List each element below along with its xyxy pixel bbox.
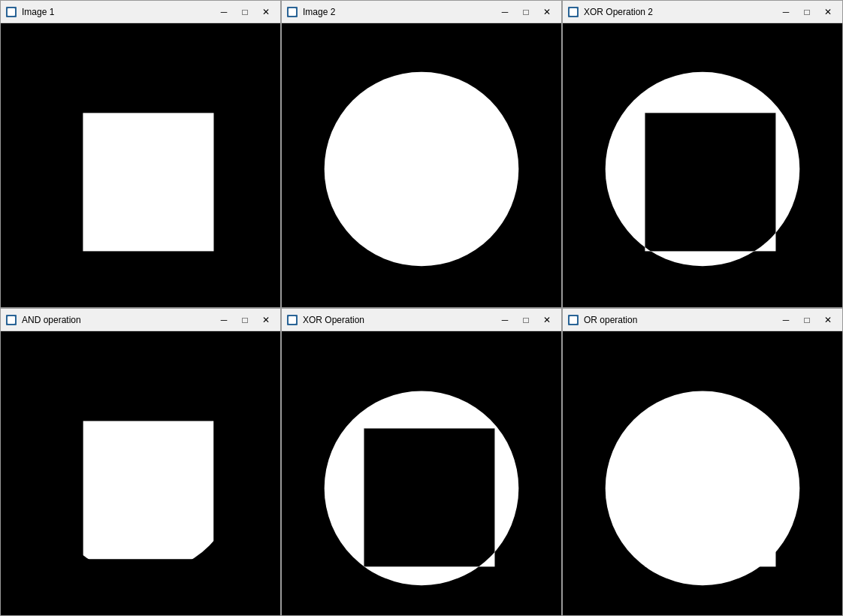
titlebar-title-and: AND operation <box>22 315 214 325</box>
window-or: OR operation ─ □ ✕ <box>562 308 843 616</box>
titlebar-xor: XOR Operation ─ □ ✕ <box>282 309 561 331</box>
xor2-svg <box>563 23 842 307</box>
window-and: AND operation ─ □ ✕ <box>0 308 281 616</box>
titlebar-title-or: OR operation <box>584 315 776 325</box>
minimize-button-and[interactable]: ─ <box>214 313 234 328</box>
window-image2: Image 2 ─ □ ✕ <box>281 0 562 308</box>
maximize-button-xor2[interactable]: □ <box>797 5 817 20</box>
titlebar-controls-image2: ─ □ ✕ <box>495 5 557 20</box>
canvas-xor2 <box>563 23 842 307</box>
canvas-or <box>563 331 842 615</box>
window-image1: Image 1 ─ □ ✕ <box>0 0 281 308</box>
svg-rect-3 <box>83 113 213 251</box>
image1-svg <box>1 23 280 307</box>
close-button-and[interactable]: ✕ <box>256 313 276 328</box>
minimize-button-image2[interactable]: ─ <box>495 5 515 20</box>
minimize-button-or[interactable]: ─ <box>776 313 796 328</box>
window-icon-xor <box>286 314 298 326</box>
svg-rect-5 <box>289 8 296 16</box>
titlebar-xor2: XOR Operation 2 ─ □ ✕ <box>563 1 842 23</box>
titlebar-and: AND operation ─ □ ✕ <box>1 309 280 331</box>
titlebar-controls-xor: ─ □ ✕ <box>495 313 557 328</box>
close-button-xor2[interactable]: ✕ <box>818 5 838 20</box>
titlebar-title-xor: XOR Operation <box>303 315 495 325</box>
maximize-button-xor[interactable]: □ <box>516 313 536 328</box>
image2-svg <box>282 23 561 307</box>
titlebar-controls-or: ─ □ ✕ <box>776 313 838 328</box>
svg-rect-9 <box>570 8 577 16</box>
titlebar-controls-xor2: ─ □ ✕ <box>776 5 838 20</box>
titlebar-or: OR operation ─ □ ✕ <box>563 309 842 331</box>
desktop: Image 1 ─ □ ✕ Image 2 ─ □ <box>0 0 843 616</box>
svg-rect-32 <box>570 316 577 324</box>
window-icon-image1 <box>5 6 17 18</box>
titlebar-image2: Image 2 ─ □ ✕ <box>282 1 561 23</box>
maximize-button-image1[interactable]: □ <box>235 5 255 20</box>
window-icon-or <box>567 314 579 326</box>
canvas-image2 <box>282 23 561 307</box>
minimize-button-image1[interactable]: ─ <box>214 5 234 20</box>
close-button-image2[interactable]: ✕ <box>537 5 557 20</box>
svg-rect-23 <box>289 316 296 324</box>
canvas-image1 <box>1 23 280 307</box>
maximize-button-or[interactable]: □ <box>797 313 817 328</box>
minimize-button-xor[interactable]: ─ <box>495 313 515 328</box>
close-button-or[interactable]: ✕ <box>818 313 838 328</box>
or-svg <box>563 331 842 615</box>
titlebar-image1: Image 1 ─ □ ✕ <box>1 1 280 23</box>
titlebar-title-image1: Image 1 <box>22 7 214 17</box>
titlebar-controls-image1: ─ □ ✕ <box>214 5 276 20</box>
svg-point-7 <box>325 72 519 267</box>
close-button-image1[interactable]: ✕ <box>256 5 276 20</box>
svg-rect-35 <box>645 428 775 566</box>
titlebar-title-xor2: XOR Operation 2 <box>584 7 776 17</box>
window-xor: XOR Operation ─ □ ✕ <box>281 308 562 616</box>
svg-rect-18 <box>8 316 15 324</box>
xor-svg <box>282 331 561 615</box>
titlebar-controls-and: ─ □ ✕ <box>214 313 276 328</box>
window-icon-and <box>5 314 17 326</box>
svg-rect-1 <box>8 8 15 16</box>
canvas-and <box>1 331 280 615</box>
window-icon-image2 <box>286 6 298 18</box>
canvas-xor <box>282 331 561 615</box>
window-icon-xor2 <box>567 6 579 18</box>
close-button-xor[interactable]: ✕ <box>537 313 557 328</box>
maximize-button-image2[interactable]: □ <box>516 5 536 20</box>
and-svg <box>1 331 280 615</box>
titlebar-title-image2: Image 2 <box>303 7 495 17</box>
minimize-button-xor2[interactable]: ─ <box>776 5 796 20</box>
maximize-button-and[interactable]: □ <box>235 313 255 328</box>
window-xor2: XOR Operation 2 ─ □ ✕ <box>562 0 843 308</box>
